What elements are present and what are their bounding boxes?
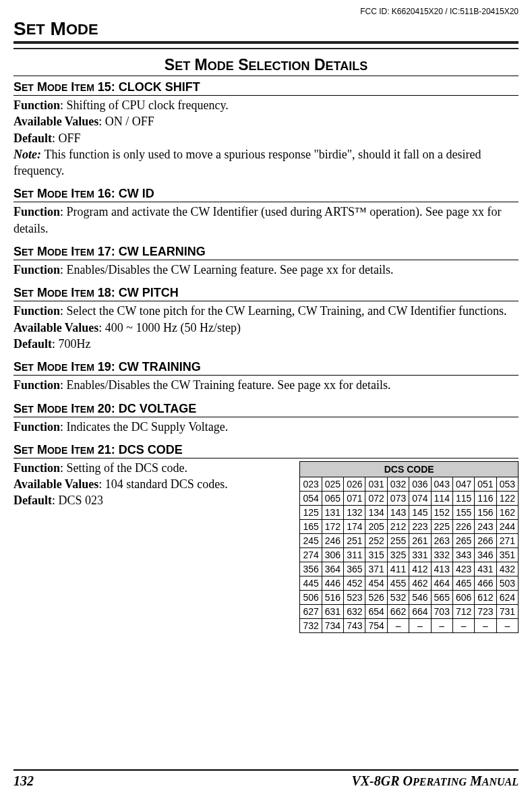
dcs-cell: 032	[387, 477, 409, 491]
line-text: : OFF	[52, 131, 81, 145]
title-cap: S	[13, 18, 26, 39]
line-text: : Shifting of CPU clock frequency.	[60, 98, 229, 112]
dcs-cell: 115	[452, 491, 474, 505]
dcs-cell: 243	[475, 519, 496, 533]
fcc-id-label: FCC ID: K6620415X20 / IC:511B-20415X20	[360, 7, 519, 16]
dcs-cell: 331	[409, 547, 431, 562]
dcs-cell: 356	[300, 562, 322, 576]
dcs-cell: 516	[322, 590, 343, 604]
dcs-cell: 155	[452, 505, 474, 519]
item-block: SET MODE ITEM 21: DCS CODEFunction: Sett…	[13, 443, 519, 633]
dcs-cell: 031	[365, 477, 387, 491]
table-row: 356364365371411412413423431432	[300, 562, 519, 576]
item-block: SET MODE ITEM 19: CW TRAININGFunction: E…	[13, 360, 519, 393]
dcs-cell: 132	[344, 505, 365, 519]
table-row: 165172174205212223225226243244	[300, 519, 519, 533]
item-heading: SET MODE ITEM 17: CW LEARNING	[13, 245, 519, 260]
table-row: 023025026031032036043047051053	[300, 477, 519, 491]
table-row: 245246251252255261263265266271	[300, 533, 519, 547]
item-line: Available Values: 400 ~ 1000 Hz (50 Hz/s…	[13, 320, 519, 336]
line-text: : Select the CW tone pitch for the CW Le…	[60, 304, 507, 318]
item-block: SET MODE ITEM 18: CW PITCHFunction: Sele…	[13, 286, 519, 352]
dcs-cell: 732	[300, 618, 322, 632]
dcs-cell: 074	[409, 491, 431, 505]
st-s: ODE	[208, 59, 234, 73]
line-text: : Enables/Disables the CW Training featu…	[60, 378, 391, 392]
item-line: Function: Enables/Disables the CW Learni…	[13, 262, 519, 278]
dcs-cell: 364	[322, 562, 343, 576]
line-label: Function	[13, 304, 60, 318]
item-block: SET MODE ITEM 15: CLOCK SHIFTFunction: S…	[13, 80, 519, 179]
dcs-cell: 246	[322, 533, 343, 547]
dcs-cell: –	[496, 618, 518, 632]
st-s: ETAILS	[326, 59, 368, 73]
dcs-cell: 731	[496, 604, 518, 618]
dcs-cell: 122	[496, 491, 518, 505]
dcs-cell: 225	[431, 519, 452, 533]
dcs-cell: 036	[409, 477, 431, 491]
title-sc: ET	[26, 21, 45, 38]
item-block: SET MODE ITEM 17: CW LEARNINGFunction: E…	[13, 245, 519, 278]
dcs-cell: 165	[300, 519, 322, 533]
dcs-cell: 143	[387, 505, 409, 519]
line-text: : Program and activate the CW Identifier…	[13, 205, 502, 235]
dcs-cell: 412	[409, 562, 431, 576]
item-block: SET MODE ITEM 16: CW IDFunction: Program…	[13, 187, 519, 237]
st-c: D	[310, 56, 326, 73]
ft-c: M	[467, 773, 482, 788]
dcs-cell: 311	[344, 547, 365, 562]
item-line: Available Values: 104 standard DCS codes…	[13, 476, 293, 492]
table-row: 125131132134143145152155156162	[300, 505, 519, 519]
line-text: : 104 standard DCS codes.	[98, 477, 227, 491]
dcs-cell: 073	[387, 491, 409, 505]
dcs-cell: 025	[322, 477, 343, 491]
dcs-cell: 071	[344, 491, 365, 505]
dcs-cell: 051	[475, 477, 496, 491]
dcs-cell: 431	[475, 562, 496, 576]
st-c: S	[234, 56, 249, 73]
line-label: Available Values	[13, 321, 98, 334]
item-line: Function: Setting of the DCS code.	[13, 460, 293, 476]
title-sc2: ODE	[66, 21, 98, 38]
item-line: Function: Shifting of CPU clock frequenc…	[13, 97, 519, 113]
dcs-cell: 116	[475, 491, 496, 505]
item-line: Function: Select the CW tone pitch for t…	[13, 303, 519, 319]
line-text: : 400 ~ 1000 Hz (50 Hz/step)	[98, 321, 241, 334]
item-heading: SET MODE ITEM 15: CLOCK SHIFT	[13, 80, 519, 96]
dcs-cell: 654	[365, 604, 387, 618]
dcs-cell: 351	[496, 547, 518, 562]
dcs-code-table: DCS CODE02302502603103203604304705105305…	[299, 461, 519, 633]
dcs-cell: 466	[475, 576, 496, 590]
dcs-cell: 265	[452, 533, 474, 547]
item-line: Available Values: ON / OFF	[13, 113, 519, 129]
dcs-cell: 152	[431, 505, 452, 519]
table-row: 274306311315325331332343346351	[300, 547, 519, 562]
line-label: Default	[13, 337, 52, 351]
dcs-cell: 754	[365, 618, 387, 632]
item-line: Function: Enables/Disables the CW Traini…	[13, 377, 519, 393]
line-label: Function	[13, 263, 60, 276]
dcs-cell: –	[387, 618, 409, 632]
dcs-cell: 662	[387, 604, 409, 618]
item-heading: SET MODE ITEM 16: CW ID	[13, 187, 519, 202]
dcs-cell: 446	[322, 576, 343, 590]
dcs-cell: 053	[496, 477, 518, 491]
table-row: 627631632654662664703712723731	[300, 604, 519, 618]
dcs-cell: 065	[322, 491, 343, 505]
dcs-cell: 205	[365, 519, 387, 533]
dcs-cell: 261	[409, 533, 431, 547]
line-label: Function	[13, 420, 60, 434]
item-line: Function: Indicates the DC Supply Voltag…	[13, 419, 519, 435]
dcs-cell: 131	[322, 505, 343, 519]
dcs-cell: 125	[300, 505, 322, 519]
dcs-cell: 172	[322, 519, 343, 533]
ft-s: ANUAL	[482, 776, 519, 788]
dcs-cell: 612	[475, 590, 496, 604]
line-label: Function	[13, 378, 60, 392]
dcs-cell: 226	[452, 519, 474, 533]
dcs-cell: 134	[365, 505, 387, 519]
dcs-cell: 274	[300, 547, 322, 562]
note-label: Note:	[13, 148, 44, 161]
dcs-cell: 023	[300, 477, 322, 491]
dcs-cell: 212	[387, 519, 409, 533]
